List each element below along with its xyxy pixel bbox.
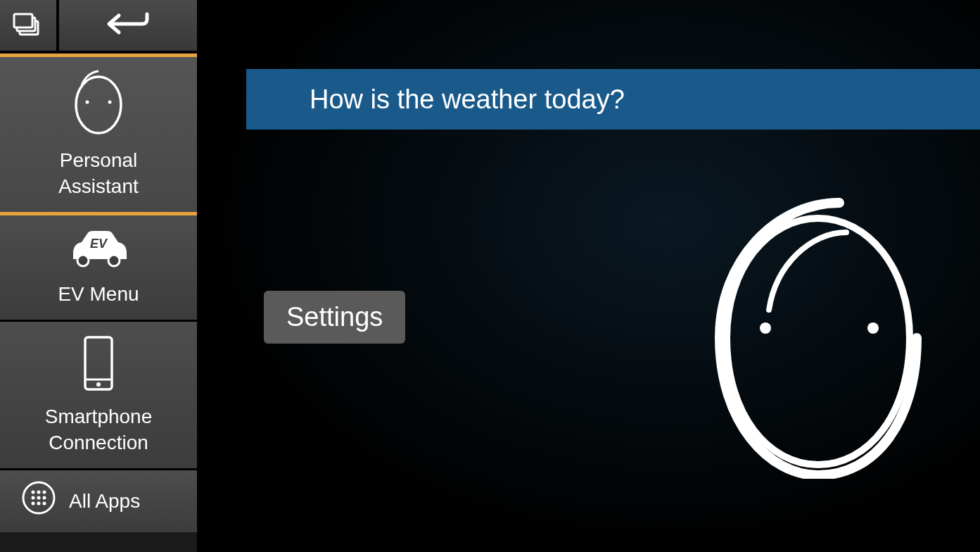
sidebar-item-label: Smartphone Connection	[45, 404, 153, 456]
sidebar: Personal Assistant EV EV Menu	[0, 0, 197, 552]
main-content: How is the weather today? Settings	[197, 0, 980, 552]
settings-label: Settings	[286, 302, 383, 332]
back-arrow-icon	[103, 10, 153, 41]
svg-rect-2	[14, 14, 32, 27]
top-buttons-row	[0, 0, 197, 54]
sidebar-item-ev-menu[interactable]: EV EV Menu	[0, 215, 197, 322]
layers-icon	[13, 8, 44, 42]
svg-text:EV: EV	[90, 237, 108, 251]
sidebar-item-personal-assistant[interactable]: Personal Assistant	[0, 54, 197, 215]
svg-point-18	[43, 496, 46, 500]
voice-prompt-text: How is the weather today?	[310, 84, 625, 115]
svg-point-16	[32, 496, 35, 500]
svg-point-6	[77, 255, 89, 266]
smartphone-icon	[81, 334, 116, 399]
svg-point-13	[32, 491, 35, 494]
svg-point-4	[86, 101, 89, 104]
sidebar-item-all-apps[interactable]: All Apps	[0, 470, 197, 532]
svg-point-17	[37, 496, 41, 500]
back-button[interactable]	[59, 0, 197, 51]
assistant-face-icon	[72, 70, 125, 142]
ev-car-icon: EV	[65, 228, 132, 275]
svg-point-15	[43, 491, 46, 494]
sidebar-item-label: EV Menu	[58, 282, 139, 307]
settings-button[interactable]: Settings	[264, 291, 405, 344]
sidebar-item-label: All Apps	[69, 489, 140, 514]
svg-point-11	[96, 382, 101, 387]
sidebar-item-smartphone-connection[interactable]: Smartphone Connection	[0, 322, 197, 470]
home-layers-button[interactable]	[0, 0, 56, 51]
svg-point-7	[108, 255, 120, 266]
apps-grid-icon	[21, 480, 56, 522]
assistant-face-visualization	[699, 197, 938, 482]
svg-point-23	[867, 322, 879, 334]
svg-point-14	[37, 491, 41, 494]
svg-point-20	[37, 502, 41, 506]
svg-rect-9	[85, 337, 112, 389]
svg-point-21	[43, 502, 46, 506]
svg-point-19	[32, 502, 35, 506]
sidebar-item-label: Personal Assistant	[58, 148, 139, 199]
voice-prompt-bar: How is the weather today?	[246, 69, 980, 130]
svg-point-5	[108, 101, 112, 104]
svg-point-22	[760, 322, 771, 334]
